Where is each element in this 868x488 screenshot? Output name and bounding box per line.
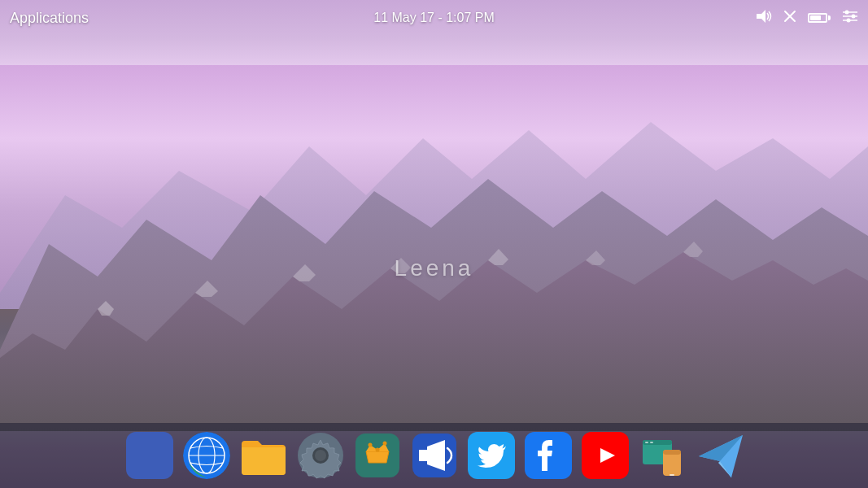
svg-point-29 [375, 448, 379, 452]
mountain-illustration [0, 65, 868, 431]
svg-rect-39 [645, 442, 648, 443]
svg-point-31 [382, 442, 386, 446]
volume-icon[interactable] [756, 9, 772, 28]
datetime-display: 11 May 17 - 1:07 PM [373, 11, 495, 25]
quick-settings-icon[interactable] [842, 10, 858, 27]
wallpaper-label: Leena [395, 255, 474, 281]
svg-point-15 [845, 10, 849, 14]
dock-icon-youtube[interactable] [582, 432, 629, 479]
dock-icon-multiwindow[interactable] [639, 432, 686, 479]
dock-icon-megaphone[interactable] [411, 432, 458, 479]
status-bar: Applications 11 May 17 - 1:07 PM [0, 0, 868, 36]
svg-marker-11 [757, 10, 765, 23]
dock-icon-settings[interactable] [297, 432, 344, 479]
dock-icon-browser[interactable] [183, 432, 230, 479]
dock [0, 423, 868, 488]
status-icons-group [756, 9, 858, 28]
dock-icon-facebook[interactable] [525, 432, 572, 479]
svg-rect-43 [670, 474, 674, 476]
dock-icon-store[interactable] [354, 432, 401, 479]
svg-rect-42 [663, 450, 681, 455]
close-icon[interactable] [783, 10, 796, 27]
svg-point-19 [847, 18, 851, 22]
dock-icon-apps-grid[interactable] [126, 432, 173, 479]
svg-marker-33 [419, 450, 427, 461]
battery-icon [808, 13, 831, 23]
svg-point-30 [368, 443, 372, 447]
svg-point-27 [315, 450, 326, 461]
applications-menu[interactable]: Applications [10, 10, 89, 27]
dock-icon-send[interactable] [696, 432, 743, 479]
svg-point-17 [852, 14, 856, 18]
svg-rect-40 [650, 442, 653, 443]
dock-icon-twitter[interactable] [468, 432, 515, 479]
dock-icon-folder[interactable] [240, 432, 287, 479]
